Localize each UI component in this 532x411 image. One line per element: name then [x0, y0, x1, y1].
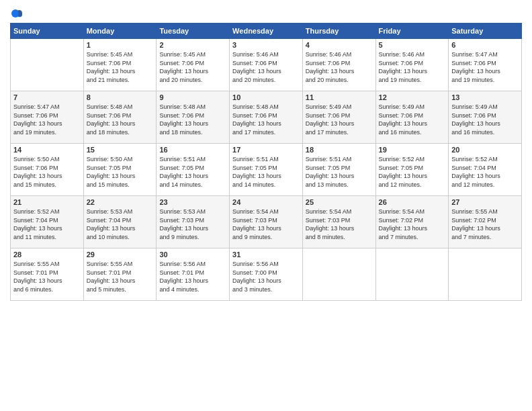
calendar-cell: 10Sunrise: 5:48 AM Sunset: 7:06 PM Dayli…	[230, 91, 303, 144]
calendar-cell: 25Sunrise: 5:54 AM Sunset: 7:03 PM Dayli…	[302, 196, 375, 248]
day-number: 7	[13, 93, 81, 101]
calendar-cell: 3Sunrise: 5:46 AM Sunset: 7:06 PM Daylig…	[230, 39, 303, 91]
calendar-cell: 19Sunrise: 5:52 AM Sunset: 7:05 PM Dayli…	[375, 144, 449, 196]
day-info: Sunrise: 5:55 AM Sunset: 7:01 PM Dayligh…	[13, 260, 81, 293]
calendar-cell: 5Sunrise: 5:46 AM Sunset: 7:06 PM Daylig…	[375, 39, 449, 91]
day-number: 25	[306, 198, 373, 206]
day-number: 6	[451, 41, 519, 49]
calendar-cell: 24Sunrise: 5:54 AM Sunset: 7:03 PM Dayli…	[230, 196, 303, 248]
day-info: Sunrise: 5:50 AM Sunset: 7:05 PM Dayligh…	[87, 155, 154, 189]
calendar-cell: 22Sunrise: 5:53 AM Sunset: 7:04 PM Dayli…	[83, 196, 157, 248]
calendar-cell: 20Sunrise: 5:52 AM Sunset: 7:04 PM Dayli…	[449, 144, 522, 196]
calendar-cell: 8Sunrise: 5:48 AM Sunset: 7:06 PM Daylig…	[83, 91, 157, 144]
day-info: Sunrise: 5:54 AM Sunset: 7:03 PM Dayligh…	[306, 208, 373, 241]
day-number: 17	[232, 146, 300, 154]
day-info: Sunrise: 5:52 AM Sunset: 7:04 PM Dayligh…	[451, 155, 519, 189]
calendar-cell: 16Sunrise: 5:51 AM Sunset: 7:05 PM Dayli…	[157, 144, 230, 196]
calendar-cell: 27Sunrise: 5:55 AM Sunset: 7:02 PM Dayli…	[449, 196, 522, 248]
calendar-cell: 12Sunrise: 5:49 AM Sunset: 7:06 PM Dayli…	[375, 91, 449, 144]
day-info: Sunrise: 5:49 AM Sunset: 7:06 PM Dayligh…	[306, 103, 373, 136]
col-header-thursday: Thursday	[302, 24, 375, 39]
day-info: Sunrise: 5:51 AM Sunset: 7:05 PM Dayligh…	[306, 155, 373, 189]
day-number: 21	[13, 198, 81, 206]
day-info: Sunrise: 5:48 AM Sunset: 7:06 PM Dayligh…	[159, 103, 226, 136]
day-number: 8	[87, 93, 154, 101]
day-info: Sunrise: 5:52 AM Sunset: 7:04 PM Dayligh…	[13, 208, 81, 241]
calendar-cell	[11, 39, 84, 91]
calendar-cell: 28Sunrise: 5:55 AM Sunset: 7:01 PM Dayli…	[11, 248, 84, 301]
day-number: 1	[87, 41, 154, 49]
calendar-cell: 30Sunrise: 5:56 AM Sunset: 7:01 PM Dayli…	[157, 248, 230, 301]
calendar-cell: 1Sunrise: 5:45 AM Sunset: 7:06 PM Daylig…	[83, 39, 157, 91]
day-number: 31	[232, 250, 300, 259]
day-number: 30	[159, 250, 226, 259]
day-info: Sunrise: 5:56 AM Sunset: 7:01 PM Dayligh…	[159, 260, 226, 293]
day-info: Sunrise: 5:48 AM Sunset: 7:06 PM Dayligh…	[232, 103, 300, 136]
day-number: 29	[87, 250, 154, 259]
day-info: Sunrise: 5:45 AM Sunset: 7:06 PM Dayligh…	[87, 50, 154, 84]
day-number: 3	[232, 41, 300, 49]
calendar-cell: 13Sunrise: 5:49 AM Sunset: 7:06 PM Dayli…	[449, 91, 522, 144]
day-info: Sunrise: 5:54 AM Sunset: 7:03 PM Dayligh…	[232, 208, 300, 241]
day-number: 16	[159, 146, 226, 154]
day-number: 23	[159, 198, 226, 206]
day-info: Sunrise: 5:49 AM Sunset: 7:06 PM Dayligh…	[451, 103, 519, 136]
day-info: Sunrise: 5:51 AM Sunset: 7:05 PM Dayligh…	[232, 155, 300, 189]
day-number: 24	[232, 198, 300, 206]
day-number: 26	[379, 198, 446, 206]
calendar-cell: 15Sunrise: 5:50 AM Sunset: 7:05 PM Dayli…	[83, 144, 157, 196]
day-number: 13	[451, 93, 519, 101]
day-number: 19	[379, 146, 446, 154]
col-header-wednesday: Wednesday	[230, 24, 303, 39]
header-row: SundayMondayTuesdayWednesdayThursdayFrid…	[11, 24, 522, 39]
day-number: 18	[306, 146, 373, 154]
day-number: 10	[232, 93, 300, 101]
calendar-table: SundayMondayTuesdayWednesdayThursdayFrid…	[10, 23, 522, 301]
calendar-cell: 6Sunrise: 5:47 AM Sunset: 7:06 PM Daylig…	[449, 39, 522, 91]
logo	[10, 7, 26, 20]
calendar-cell: 11Sunrise: 5:49 AM Sunset: 7:06 PM Dayli…	[302, 91, 375, 144]
day-number: 11	[306, 93, 373, 101]
day-info: Sunrise: 5:50 AM Sunset: 7:06 PM Dayligh…	[13, 155, 81, 189]
day-info: Sunrise: 5:53 AM Sunset: 7:04 PM Dayligh…	[87, 208, 154, 241]
calendar-cell: 2Sunrise: 5:45 AM Sunset: 7:06 PM Daylig…	[157, 39, 230, 91]
day-info: Sunrise: 5:47 AM Sunset: 7:06 PM Dayligh…	[13, 103, 81, 136]
day-info: Sunrise: 5:45 AM Sunset: 7:06 PM Dayligh…	[159, 50, 226, 84]
calendar-cell: 14Sunrise: 5:50 AM Sunset: 7:06 PM Dayli…	[11, 144, 84, 196]
week-row-5: 28Sunrise: 5:55 AM Sunset: 7:01 PM Dayli…	[11, 248, 522, 301]
week-row-2: 7Sunrise: 5:47 AM Sunset: 7:06 PM Daylig…	[11, 91, 522, 144]
col-header-saturday: Saturday	[449, 24, 522, 39]
day-number: 12	[379, 93, 446, 101]
day-info: Sunrise: 5:56 AM Sunset: 7:00 PM Dayligh…	[232, 260, 300, 293]
calendar-cell	[302, 248, 375, 301]
day-info: Sunrise: 5:55 AM Sunset: 7:02 PM Dayligh…	[451, 208, 519, 241]
day-info: Sunrise: 5:47 AM Sunset: 7:06 PM Dayligh…	[451, 50, 519, 84]
day-info: Sunrise: 5:51 AM Sunset: 7:05 PM Dayligh…	[159, 155, 226, 189]
week-row-1: 1Sunrise: 5:45 AM Sunset: 7:06 PM Daylig…	[11, 39, 522, 91]
day-info: Sunrise: 5:48 AM Sunset: 7:06 PM Dayligh…	[87, 103, 154, 136]
day-number: 4	[306, 41, 373, 49]
calendar-cell	[449, 248, 522, 301]
day-number: 9	[159, 93, 226, 101]
calendar-cell: 17Sunrise: 5:51 AM Sunset: 7:05 PM Dayli…	[230, 144, 303, 196]
calendar-cell: 29Sunrise: 5:55 AM Sunset: 7:01 PM Dayli…	[83, 248, 157, 301]
day-info: Sunrise: 5:46 AM Sunset: 7:06 PM Dayligh…	[379, 50, 446, 84]
day-number: 20	[451, 146, 519, 154]
logo-icon	[10, 7, 24, 20]
day-info: Sunrise: 5:49 AM Sunset: 7:06 PM Dayligh…	[379, 103, 446, 136]
calendar-cell: 26Sunrise: 5:54 AM Sunset: 7:02 PM Dayli…	[375, 196, 449, 248]
day-info: Sunrise: 5:54 AM Sunset: 7:02 PM Dayligh…	[379, 208, 446, 241]
col-header-tuesday: Tuesday	[157, 24, 230, 39]
day-info: Sunrise: 5:52 AM Sunset: 7:05 PM Dayligh…	[379, 155, 446, 189]
calendar-cell: 9Sunrise: 5:48 AM Sunset: 7:06 PM Daylig…	[157, 91, 230, 144]
week-row-3: 14Sunrise: 5:50 AM Sunset: 7:06 PM Dayli…	[11, 144, 522, 196]
calendar-cell	[375, 248, 449, 301]
calendar-cell: 18Sunrise: 5:51 AM Sunset: 7:05 PM Dayli…	[302, 144, 375, 196]
day-number: 14	[13, 146, 81, 154]
day-number: 15	[87, 146, 154, 154]
week-row-4: 21Sunrise: 5:52 AM Sunset: 7:04 PM Dayli…	[11, 196, 522, 248]
day-number: 5	[379, 41, 446, 49]
page-container: SundayMondayTuesdayWednesdayThursdayFrid…	[0, 0, 532, 308]
col-header-sunday: Sunday	[11, 24, 84, 39]
col-header-friday: Friday	[375, 24, 449, 39]
